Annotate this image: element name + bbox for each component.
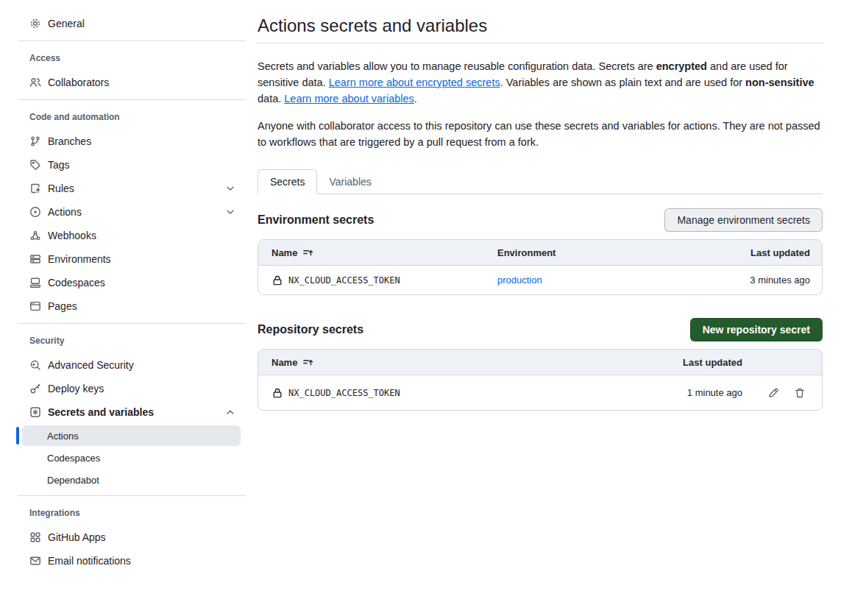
sidebar-item-label: Pages [48, 300, 77, 312]
repository-secrets-header: Repository secrets New repository secret [258, 318, 823, 341]
edit-pencil-icon[interactable] [767, 387, 779, 399]
intro-paragraph: Secrets and variables allow you to manag… [258, 58, 823, 107]
chevron-down-icon[interactable] [225, 207, 235, 217]
sidebar-item-email-notifications[interactable]: Email notifications [18, 549, 246, 573]
play-circle-icon [29, 206, 41, 218]
environment-secrets-table: Name Environment Last updated NX_CLOUD_A… [258, 239, 823, 295]
secret-name: NX_CLOUD_ACCESS_TOKEN [288, 388, 400, 398]
column-header-environment: Environment [497, 247, 704, 258]
apps-grid-icon [29, 531, 41, 543]
sidebar-section-access: Access [29, 52, 246, 65]
browser-icon [29, 300, 41, 312]
sidebar-subitem-label: Codespaces [47, 453, 100, 464]
sidebar-subitem-actions[interactable]: Actions [22, 425, 241, 446]
mail-icon [29, 555, 41, 567]
settings-sidebar: General Access Collaborators Code and au… [18, 12, 246, 573]
webhook-icon [29, 230, 41, 241]
tab-variables[interactable]: Variables [317, 170, 383, 194]
sidebar-item-branches[interactable]: Branches [18, 130, 246, 153]
sidebar-item-secrets-and-variables[interactable]: Secrets and variables [18, 400, 246, 424]
sidebar-item-general[interactable]: General [18, 12, 246, 35]
column-header-name: Name [271, 357, 297, 368]
lock-icon [271, 275, 283, 286]
codespaces-icon [29, 277, 41, 288]
sidebar-item-label: Environments [48, 253, 111, 265]
sidebar-item-collaborators[interactable]: Collaborators [18, 71, 246, 94]
secrets-variables-tabnav: Secrets Variables [258, 169, 823, 194]
intro-text: . Variables are shown as plain text and … [500, 77, 745, 88]
tag-icon [29, 159, 41, 171]
sidebar-item-actions[interactable]: Actions [18, 200, 246, 224]
sidebar-section-security: Security [29, 334, 246, 347]
sidebar-divider [18, 323, 246, 324]
secret-name: NX_CLOUD_ACCESS_TOKEN [288, 275, 400, 286]
new-repository-secret-button[interactable]: New repository secret [690, 318, 823, 341]
sidebar-item-codespaces[interactable]: Codespaces [18, 271, 246, 294]
sidebar-divider [18, 99, 246, 100]
tab-secrets[interactable]: Secrets [258, 169, 317, 194]
column-header-name: Name [271, 247, 297, 258]
sidebar-item-advanced-security[interactable]: Advanced Security [18, 353, 246, 377]
sidebar-subitem-label: Actions [47, 431, 79, 442]
environment-link[interactable]: production [497, 275, 542, 286]
rules-icon [29, 183, 41, 194]
sidebar-item-environments[interactable]: Environments [18, 247, 246, 271]
sidebar-item-tags[interactable]: Tags [18, 153, 246, 177]
sidebar-item-pages[interactable]: Pages [18, 294, 246, 318]
last-updated-value: 3 minutes ago [704, 275, 822, 286]
table-row: NX_CLOUD_ACCESS_TOKEN 1 minute ago [258, 375, 822, 410]
sidebar-subitem-dependabot[interactable]: Dependabot [22, 470, 241, 490]
sidebar-item-label: Actions [48, 206, 82, 218]
sidebar-item-github-apps[interactable]: GitHub Apps [18, 525, 246, 549]
manage-environment-secrets-button[interactable]: Manage environment secrets [664, 208, 823, 232]
chevron-up-icon[interactable] [225, 407, 235, 417]
sidebar-item-webhooks[interactable]: Webhooks [18, 224, 246, 247]
repository-secrets-table: Name Last updated NX_CLOUD_ACCESS_TOKEN … [258, 349, 823, 411]
delete-trash-icon[interactable] [794, 387, 806, 399]
secret-asterisk-icon [29, 406, 41, 418]
sidebar-item-label: Webhooks [48, 230, 96, 241]
column-header-last-updated: Last updated [704, 247, 822, 258]
sidebar-item-deploy-keys[interactable]: Deploy keys [18, 377, 246, 400]
sidebar-item-label: Codespaces [48, 277, 105, 288]
sidebar-item-label: Secrets and variables [48, 406, 154, 418]
lock-icon [271, 387, 283, 399]
sidebar-item-rules[interactable]: Rules [18, 177, 246, 200]
sidebar-section-integrations: Integrations [29, 506, 246, 520]
link-learn-encrypted-secrets[interactable]: Learn more about encrypted secrets [329, 77, 500, 88]
environment-secrets-table-header: Name Environment Last updated [258, 240, 822, 265]
chevron-down-icon[interactable] [225, 183, 235, 194]
sidebar-item-label: Email notifications [48, 555, 131, 567]
intro-bold-non-sensitive: non-sensitive [745, 77, 814, 88]
sidebar-subitem-codespaces[interactable]: Codespaces [22, 447, 241, 468]
sidebar-item-label: GitHub Apps [48, 531, 106, 543]
column-header-last-updated: Last updated [639, 357, 742, 368]
server-icon [29, 253, 41, 265]
sidebar-section-code-automation: Code and automation [29, 110, 246, 124]
environment-secrets-heading: Environment secrets [258, 213, 374, 227]
sidebar-item-label: Advanced Security [48, 359, 134, 371]
intro-text: . [414, 93, 417, 105]
link-learn-variables[interactable]: Learn more about variables [284, 93, 414, 105]
sidebar-item-label: Deploy keys [48, 383, 104, 394]
gear-icon [29, 18, 41, 29]
title-divider [258, 43, 823, 43]
sidebar-divider [18, 40, 246, 41]
collaborator-paragraph: Anyone with collaborator access to this … [258, 118, 823, 150]
key-icon [29, 383, 41, 394]
sort-ascending-icon[interactable] [302, 247, 313, 258]
environment-secrets-header: Environment secrets Manage environment s… [258, 208, 823, 232]
sidebar-subitem-label: Dependabot [47, 475, 99, 486]
selected-accent-bar [16, 427, 19, 445]
repository-secrets-table-header: Name Last updated [258, 350, 822, 375]
intro-text: Secrets and variables allow you to manag… [258, 60, 656, 72]
sidebar-item-label: General [48, 18, 85, 29]
main-content: Actions secrets and variables Secrets an… [258, 0, 823, 411]
sidebar-divider [18, 495, 246, 496]
sort-ascending-icon[interactable] [302, 357, 313, 368]
git-branch-icon [29, 135, 41, 147]
intro-bold-encrypted: encrypted [656, 60, 707, 72]
last-updated-value: 1 minute ago [639, 387, 742, 398]
sidebar-item-label: Branches [48, 135, 91, 147]
page-title: Actions secrets and variables [258, 15, 823, 36]
